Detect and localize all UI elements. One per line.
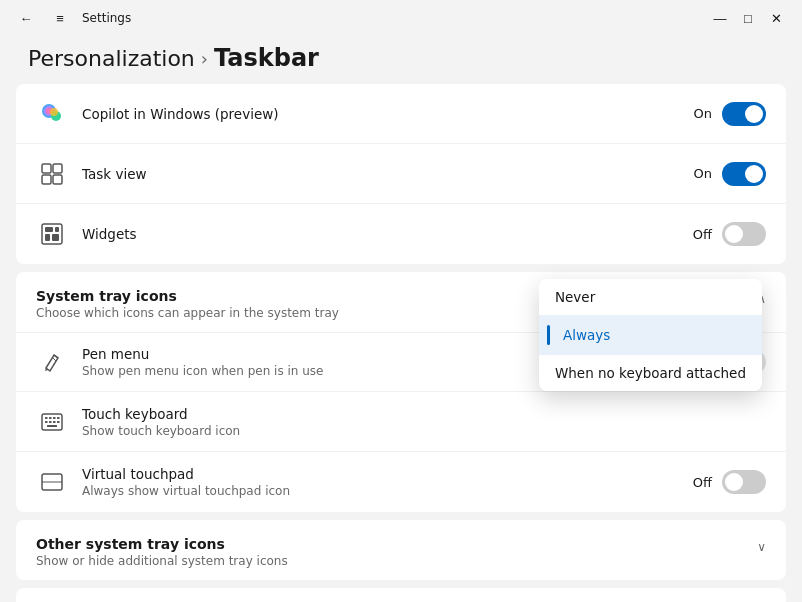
svg-line-14 bbox=[52, 357, 56, 361]
system-tray-desc: Choose which icons can appear in the sys… bbox=[36, 306, 339, 320]
taskview-toggle[interactable] bbox=[722, 162, 766, 186]
taskview-label: Task view bbox=[82, 166, 694, 182]
touchpad-toggle[interactable] bbox=[722, 470, 766, 494]
svg-rect-16 bbox=[45, 417, 48, 419]
svg-rect-11 bbox=[45, 234, 50, 241]
breadcrumb-parent[interactable]: Personalization bbox=[28, 46, 195, 71]
touchpad-control: Off bbox=[693, 470, 766, 494]
dropdown-menu: Never Always When no keyboard attached bbox=[539, 279, 762, 391]
list-item: Widgets Off bbox=[16, 204, 786, 264]
taskview-item-text: Task view bbox=[82, 166, 694, 182]
keyboard-icon bbox=[36, 406, 68, 438]
svg-rect-8 bbox=[53, 175, 62, 184]
touchpad-icon bbox=[36, 466, 68, 498]
pen-icon bbox=[36, 346, 68, 378]
close-button[interactable]: ✕ bbox=[762, 4, 790, 32]
taskbar-behaviors-card: Taskbar behaviors ∨ bbox=[16, 588, 786, 602]
svg-rect-18 bbox=[53, 417, 56, 419]
section-header-text: System tray icons Choose which icons can… bbox=[36, 288, 339, 320]
other-section-header-text: Other system tray icons Show or hide add… bbox=[36, 536, 288, 568]
widgets-item-text: Widgets bbox=[82, 226, 693, 242]
widgets-toggle-thumb bbox=[725, 225, 743, 243]
copilot-toggle-thumb bbox=[745, 105, 763, 123]
copilot-icon bbox=[36, 98, 68, 130]
list-item: Task view On bbox=[16, 144, 786, 204]
title-bar-nav-controls: ← ≡ bbox=[12, 4, 74, 32]
list-item: Virtual touchpad Always show virtual tou… bbox=[16, 452, 786, 512]
widgets-control: Off bbox=[693, 222, 766, 246]
dropdown-item-never[interactable]: Never bbox=[539, 279, 762, 315]
svg-point-4 bbox=[50, 108, 58, 116]
window-controls: — □ ✕ bbox=[706, 4, 790, 32]
dropdown-item-always[interactable]: Always bbox=[539, 315, 762, 355]
list-item: Copilot in Windows (preview) On bbox=[16, 84, 786, 144]
taskview-icon bbox=[36, 158, 68, 190]
copilot-item-text: Copilot in Windows (preview) bbox=[82, 106, 694, 122]
other-tray-card: Other system tray icons Show or hide add… bbox=[16, 520, 786, 580]
touchpad-desc: Always show virtual touchpad icon bbox=[82, 484, 693, 498]
other-tray-desc: Show or hide additional system tray icon… bbox=[36, 554, 288, 568]
svg-rect-23 bbox=[57, 421, 60, 423]
other-tray-title: Other system tray icons bbox=[36, 536, 288, 552]
page-header: Personalization › Taskbar bbox=[0, 36, 802, 84]
keyboard-label: Touch keyboard bbox=[82, 406, 766, 422]
touchpad-state-label: Off bbox=[693, 475, 712, 490]
svg-rect-10 bbox=[45, 227, 53, 232]
title-bar-title: Settings bbox=[82, 11, 131, 25]
menu-button[interactable]: ≡ bbox=[46, 4, 74, 32]
svg-rect-19 bbox=[57, 417, 60, 419]
touchpad-toggle-thumb bbox=[725, 473, 743, 491]
touchpad-label: Virtual touchpad bbox=[82, 466, 693, 482]
system-tray-title: System tray icons bbox=[36, 288, 339, 304]
selected-indicator bbox=[547, 325, 550, 345]
svg-rect-7 bbox=[42, 175, 51, 184]
copilot-label: Copilot in Windows (preview) bbox=[82, 106, 694, 122]
taskbar-items-card: Copilot in Windows (preview) On Tas bbox=[16, 84, 786, 264]
svg-rect-12 bbox=[52, 234, 59, 241]
svg-rect-22 bbox=[53, 421, 56, 423]
svg-rect-21 bbox=[49, 421, 52, 423]
title-bar: ← ≡ Settings — □ ✕ bbox=[0, 0, 802, 36]
dropdown-always-label: Always bbox=[563, 327, 610, 343]
svg-rect-20 bbox=[45, 421, 48, 423]
svg-rect-13 bbox=[55, 227, 59, 232]
page-title: Taskbar bbox=[214, 44, 319, 72]
copilot-state-label: On bbox=[694, 106, 712, 121]
taskview-toggle-thumb bbox=[745, 165, 763, 183]
widgets-label: Widgets bbox=[82, 226, 693, 242]
copilot-toggle[interactable] bbox=[722, 102, 766, 126]
taskview-state-label: On bbox=[694, 166, 712, 181]
taskbar-behaviors-header[interactable]: Taskbar behaviors ∨ bbox=[16, 588, 786, 602]
minimize-button[interactable]: — bbox=[706, 4, 734, 32]
list-item: Touch keyboard Show touch keyboard icon bbox=[16, 392, 786, 452]
widgets-toggle[interactable] bbox=[722, 222, 766, 246]
touchpad-item-text: Virtual touchpad Always show virtual tou… bbox=[82, 466, 693, 498]
keyboard-desc: Show touch keyboard icon bbox=[82, 424, 766, 438]
svg-rect-5 bbox=[42, 164, 51, 173]
other-tray-chevron: ∨ bbox=[757, 540, 766, 554]
maximize-button[interactable]: □ bbox=[734, 4, 762, 32]
keyboard-item-text: Touch keyboard Show touch keyboard icon bbox=[82, 406, 766, 438]
other-tray-section-header[interactable]: Other system tray icons Show or hide add… bbox=[16, 520, 786, 580]
back-button[interactable]: ← bbox=[12, 4, 40, 32]
breadcrumb: Personalization › Taskbar bbox=[28, 44, 774, 72]
widgets-icon bbox=[36, 218, 68, 250]
widgets-state-label: Off bbox=[693, 227, 712, 242]
svg-rect-17 bbox=[49, 417, 52, 419]
copilot-control: On bbox=[694, 102, 766, 126]
breadcrumb-separator: › bbox=[201, 48, 208, 69]
content-area[interactable]: Copilot in Windows (preview) On Tas bbox=[0, 84, 802, 602]
taskview-control: On bbox=[694, 162, 766, 186]
svg-rect-6 bbox=[53, 164, 62, 173]
svg-rect-24 bbox=[47, 425, 57, 427]
dropdown-item-when-no-keyboard[interactable]: When no keyboard attached bbox=[539, 355, 762, 391]
